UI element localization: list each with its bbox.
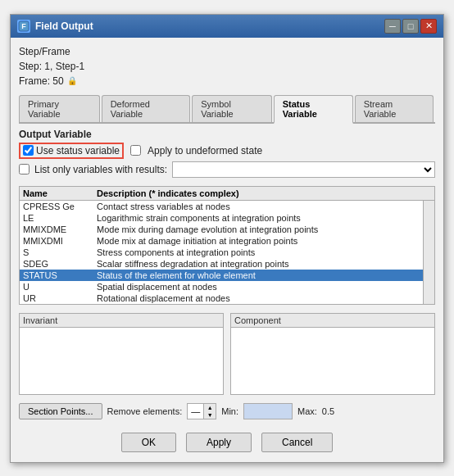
list-only-checkbox[interactable] — [19, 164, 30, 175]
lock-icon: 🔒 — [67, 75, 77, 87]
title-bar-left: F Field Output — [17, 20, 93, 33]
component-label: Component — [231, 314, 434, 328]
window-title: Field Output — [35, 20, 93, 32]
table-body: CPRESS Ge Contact stress variables at no… — [20, 201, 423, 304]
ok-button[interactable]: OK — [121, 433, 176, 452]
row-desc: Rotational displacement at nodes — [97, 293, 420, 303]
remove-elements-label: Remove elements: — [107, 406, 183, 416]
table-row[interactable]: CPRESS Ge Contact stress variables at no… — [20, 201, 423, 212]
use-status-highlighted: Use status variable — [19, 143, 124, 159]
list-only-row: List only variables with results: — [19, 161, 435, 178]
field-output-window: F Field Output ─ □ ✕ Step/Frame Step: 1,… — [10, 14, 444, 463]
row-name: CPRESS Ge — [23, 202, 97, 211]
step-frame-section: Step/Frame Step: 1, Step-1 Frame: 50 🔒 — [19, 44, 435, 88]
table-scrollbar[interactable] — [423, 201, 434, 304]
apply-undeformed-checkbox[interactable] — [130, 145, 141, 156]
tab-symbol[interactable]: Symbol Variable — [192, 95, 271, 122]
table-row[interactable]: LE Logarithmic strain components at inte… — [20, 212, 423, 224]
output-variable-section: Output Variable Use status variable Appl… — [19, 129, 435, 181]
title-bar: F Field Output ─ □ ✕ — [11, 15, 443, 38]
row-name: SDEG — [23, 259, 97, 269]
table-row[interactable]: MMIXDME Mode mix during damage evolution… — [20, 224, 423, 235]
window-icon: F — [17, 20, 30, 33]
use-status-checkbox[interactable] — [23, 145, 34, 156]
table-row-selected[interactable]: STATUS Status of the element for whole e… — [20, 270, 423, 281]
apply-button[interactable]: Apply — [186, 433, 252, 452]
frame-value: Frame: 50 — [19, 74, 64, 88]
col-description: Description (* indicates complex) — [97, 188, 431, 198]
apply-undeformed-label: Apply to undeformed state — [148, 145, 262, 156]
step-frame-label: Step/Frame — [19, 44, 435, 59]
row-name: LE — [23, 213, 97, 223]
spinbox-down[interactable]: ▼ — [204, 411, 216, 419]
component-panel: Component — [230, 313, 435, 395]
svg-text:F: F — [21, 22, 26, 30]
spinbox-up[interactable]: ▲ — [204, 404, 216, 411]
table-row[interactable]: S Stress components at integration point… — [20, 247, 423, 258]
tabs-container: Primary Variable Deformed Variable Symbo… — [19, 95, 435, 124]
list-only-label: List only variables with results: — [34, 164, 167, 175]
table-row[interactable]: U Spatial displacement at nodes — [20, 281, 423, 292]
invariant-label: Invariant — [20, 314, 223, 328]
checkbox-row-top: Use status variable Apply to undeformed … — [19, 143, 435, 159]
maximize-button[interactable]: □ — [402, 19, 419, 34]
tab-status[interactable]: Status Variable — [274, 95, 353, 124]
table-row[interactable]: UR Rotational displacement at nodes — [20, 292, 423, 304]
row-desc: Spatial displacement at nodes — [97, 282, 420, 292]
table-row[interactable]: SDEG Scalar stiffness degradation at int… — [20, 258, 423, 270]
row-name: S — [23, 247, 97, 257]
row-desc: Mode mix at damage initiation at integra… — [97, 236, 420, 246]
row-name: STATUS — [23, 270, 97, 280]
row-name: U — [23, 282, 97, 292]
remove-spinbox: — ▲ ▼ — [187, 403, 216, 419]
footer-buttons: OK Apply Cancel — [19, 428, 435, 456]
window-content: Step/Frame Step: 1, Step-1 Frame: 50 🔒 P… — [11, 38, 443, 462]
min-input[interactable] — [243, 403, 293, 419]
row-desc: Scalar stiffness degradation at integrat… — [97, 259, 420, 269]
row-name: MMIXDMI — [23, 236, 97, 246]
cancel-button[interactable]: Cancel — [261, 433, 333, 452]
spinbox-arrows: ▲ ▼ — [203, 404, 216, 419]
remove-value: — — [188, 406, 203, 416]
frame-row: Frame: 50 🔒 — [19, 74, 435, 88]
use-status-label: Use status variable — [36, 145, 120, 156]
tab-stream[interactable]: Stream Variable — [355, 95, 434, 122]
list-only-select[interactable] — [172, 161, 435, 178]
section-points-button[interactable]: Section Points... — [19, 403, 102, 419]
row-desc: Stress components at integration points — [97, 247, 420, 257]
minimize-button[interactable]: ─ — [384, 19, 401, 34]
tab-deformed[interactable]: Deformed Variable — [102, 95, 191, 122]
output-variable-label: Output Variable — [19, 129, 435, 140]
variable-table: Name Description (* indicates complex) C… — [19, 186, 435, 305]
bottom-bar: Section Points... Remove elements: — ▲ ▼… — [19, 400, 435, 423]
max-label: Max: — [297, 406, 317, 416]
row-desc: Mode mix during damage evolution at inte… — [97, 224, 420, 234]
table-header: Name Description (* indicates complex) — [20, 187, 434, 201]
row-desc: Status of the element for whole element — [97, 270, 420, 280]
invariant-panel: Invariant — [19, 313, 224, 395]
lower-panels: Invariant Component — [19, 313, 435, 395]
row-desc: Contact stress variables at nodes — [97, 202, 420, 211]
table-with-scroll: CPRESS Ge Contact stress variables at no… — [20, 201, 434, 304]
col-name: Name — [23, 188, 97, 198]
title-bar-buttons: ─ □ ✕ — [384, 19, 437, 34]
row-name: UR — [23, 293, 97, 303]
row-name: MMIXDME — [23, 224, 97, 234]
close-button[interactable]: ✕ — [420, 19, 437, 34]
tab-primary[interactable]: Primary Variable — [19, 95, 100, 122]
min-label: Min: — [221, 406, 238, 416]
table-row[interactable]: MMIXDMI Mode mix at damage initiation at… — [20, 235, 423, 247]
row-desc: Logarithmic strain components at integra… — [97, 213, 420, 223]
step-value: Step: 1, Step-1 — [19, 59, 435, 74]
max-value: 0.5 — [322, 406, 334, 416]
